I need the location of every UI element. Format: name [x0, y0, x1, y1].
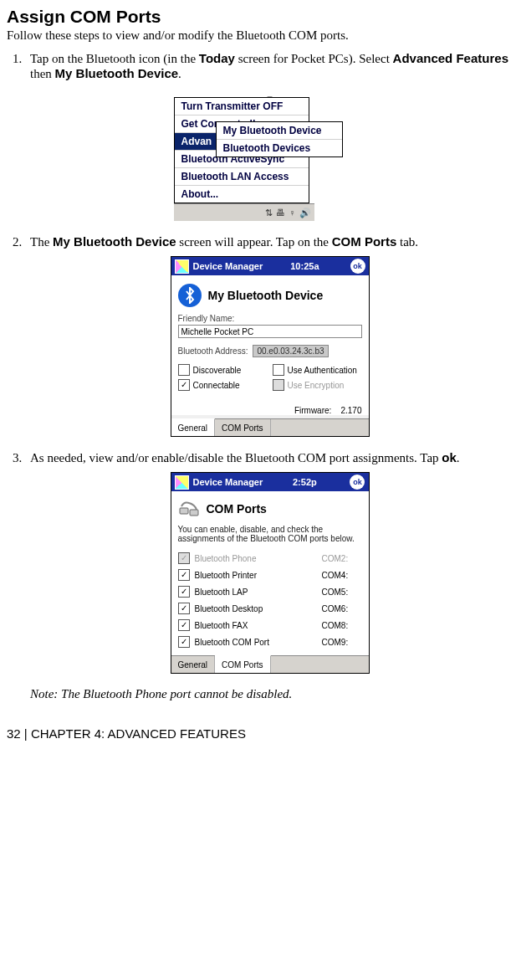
page-title: Assign COM Ports: [7, 7, 509, 27]
friendly-name-input[interactable]: [178, 325, 362, 338]
connectable-checkbox[interactable]: ✓: [178, 379, 190, 391]
tab-general[interactable]: General: [171, 656, 216, 673]
use-enc-checkbox: [273, 379, 284, 391]
svg-rect-0: [180, 508, 188, 514]
com-port-checkbox: ✓: [178, 552, 190, 564]
use-auth-label: Use Authentication: [288, 366, 357, 375]
friendly-name-label: Friendly Name:: [178, 314, 362, 323]
step2-mybtdev: My Bluetooth Device: [53, 234, 176, 249]
com-port-list: ✓Bluetooth PhoneCOM2:✓Bluetooth PrinterC…: [178, 550, 362, 650]
step2-comports: COM Ports: [332, 234, 397, 249]
clock: 2:52p: [293, 477, 317, 487]
submenu-my-bt-device[interactable]: My Bluetooth Device: [217, 122, 342, 140]
com-port-row: ✓Bluetooth FAXCOM8:: [178, 617, 362, 634]
step2-frag: The: [30, 235, 53, 249]
com-port-row: ✓Bluetooth LAPCOM5:: [178, 583, 362, 600]
com-port-checkbox[interactable]: ✓: [178, 636, 190, 648]
step1-frag: .: [178, 67, 181, 80]
step1-frag: then: [30, 67, 55, 80]
com-port-checkbox[interactable]: ✓: [178, 586, 190, 598]
taskbar: ⇅ 🖶 ♀ 🔊: [174, 203, 314, 221]
com-port-row: ✓Bluetooth DesktopCOM6:: [178, 600, 362, 617]
step3-ok: ok: [442, 450, 457, 464]
com-port-label: Bluetooth FAX: [195, 621, 317, 630]
com-port-checkbox[interactable]: ✓: [178, 569, 190, 581]
tab-com-ports[interactable]: COM Ports: [215, 655, 270, 673]
start-icon[interactable]: [175, 259, 189, 274]
svg-rect-1: [190, 510, 198, 516]
com-port-value: COM4:: [322, 571, 362, 580]
tray-icon: ⇅: [265, 208, 273, 218]
step-2: The My Bluetooth Device screen will appe…: [25, 234, 509, 437]
step2-frag: tab.: [396, 235, 418, 249]
intro-text: Follow these steps to view and/or modify…: [7, 28, 509, 43]
titlebar: Device Manager 10:25a ok: [171, 257, 369, 275]
step1-today: Today: [199, 51, 235, 65]
submenu: My Bluetooth Device Bluetooth Devices: [216, 121, 343, 157]
menu-item-label: Advan: [181, 136, 212, 147]
bt-address-value: 00.e0.03.24.3c.b3: [253, 345, 328, 357]
com-port-value: COM6:: [322, 604, 362, 613]
com-port-row: ✓Bluetooth COM PortCOM9:: [178, 634, 362, 650]
discoverable-checkbox[interactable]: [178, 364, 190, 376]
start-icon[interactable]: [175, 475, 189, 490]
firmware-label: Firmware:: [294, 406, 331, 415]
com-port-value: COM8:: [322, 621, 362, 630]
clock: 10:25a: [290, 261, 319, 271]
bluetooth-icon: [178, 284, 202, 307]
panel-description: You can enable, disable, and check the a…: [178, 525, 362, 543]
com-port-label: Bluetooth Phone: [195, 554, 317, 563]
step1-frag: screen for Pocket PCs). Select: [235, 52, 393, 65]
com-port-value: COM9:: [322, 638, 362, 647]
window-title: Device Manager: [193, 261, 263, 271]
step1-mybtdev: My Bluetooth Device: [55, 66, 179, 80]
use-auth-checkbox[interactable]: [273, 364, 284, 376]
panel-header: My Bluetooth Device: [208, 289, 324, 302]
panel-header: COM Ports: [207, 502, 267, 516]
tray-icon: 🖶: [276, 208, 285, 218]
tray-icon: 🔊: [299, 208, 311, 218]
step1-frag: Tap on the Bluetooth icon (in the: [30, 52, 199, 65]
titlebar: Device Manager 2:52p ok: [171, 473, 369, 491]
step-3: As needed, view and/or enable/disable th…: [25, 450, 509, 674]
menu-item-lan-access[interactable]: Bluetooth LAN Access: [175, 168, 309, 186]
submenu-bt-devices[interactable]: Bluetooth Devices: [217, 140, 342, 156]
use-enc-label: Use Encryption: [288, 381, 345, 390]
serial-port-icon: [178, 500, 200, 518]
tray-icon: ♀: [289, 208, 295, 218]
com-port-label: Bluetooth Desktop: [195, 604, 317, 613]
com-port-label: Bluetooth COM Port: [195, 638, 317, 647]
step3-frag: .: [457, 451, 460, 464]
com-port-checkbox[interactable]: ✓: [178, 603, 190, 614]
firmware-value: 2.170: [340, 406, 361, 415]
com-port-label: Bluetooth Printer: [195, 571, 317, 580]
com-port-value: COM5:: [322, 587, 362, 597]
fig2-device-manager: Device Manager 10:25a ok My Bluetooth De…: [171, 256, 370, 437]
menu-item-about[interactable]: About...: [175, 186, 309, 203]
step3-frag: As needed, view and/or enable/disable th…: [30, 451, 442, 464]
step2-frag: screen will appear. Tap on the: [176, 235, 332, 249]
step-1: Tap on the Bluetooth icon (in the Today …: [25, 51, 509, 221]
com-port-row: ✓Bluetooth PrinterCOM4:: [178, 567, 362, 583]
com-port-row: ✓Bluetooth PhoneCOM2:: [178, 550, 362, 567]
fig3-com-ports: Device Manager 2:52p ok COM Ports You ca…: [171, 472, 370, 674]
tab-general[interactable]: General: [171, 418, 216, 436]
page-footer: 32 | CHAPTER 4: ADVANCED FEATURES: [7, 726, 509, 741]
step1-advanced: Advanced Features: [393, 51, 508, 65]
menu-item-turn-off[interactable]: Turn Transmitter OFF: [175, 98, 309, 115]
fig1-menu-screenshot: _ Turn Transmitter OFF Get Connected! Ad…: [166, 88, 375, 221]
bt-address-label: Bluetooth Address:: [178, 346, 248, 356]
tab-com-ports[interactable]: COM Ports: [215, 419, 270, 436]
connectable-label: Connectable: [193, 381, 240, 390]
note-text: Note: The Bluetooth Phone port cannot be…: [30, 687, 509, 701]
ok-button[interactable]: ok: [350, 475, 365, 490]
com-port-checkbox[interactable]: ✓: [178, 619, 190, 631]
com-port-value: COM2:: [322, 554, 362, 563]
discoverable-label: Discoverable: [193, 366, 242, 375]
window-title: Device Manager: [193, 477, 263, 487]
ok-button[interactable]: ok: [350, 259, 365, 274]
com-port-label: Bluetooth LAP: [195, 587, 317, 597]
